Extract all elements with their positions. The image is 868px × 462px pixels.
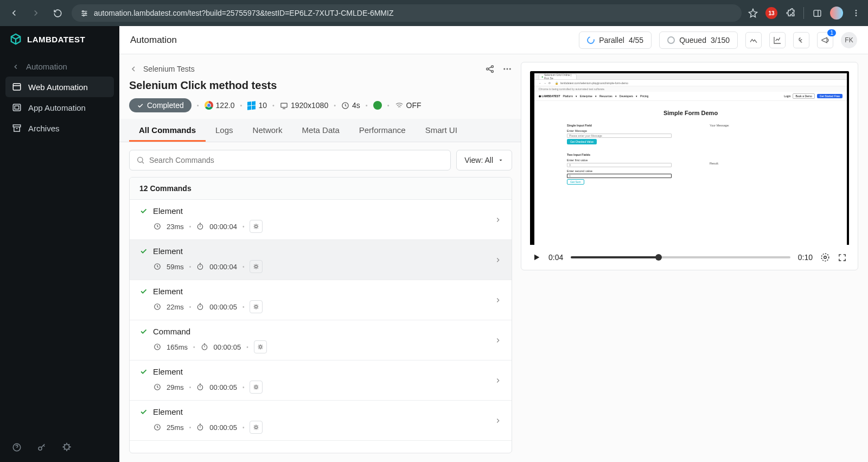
svg-point-18 [509, 68, 511, 70]
command-row[interactable]: Element 23ms • 00:00:04 • [130, 200, 512, 240]
debug-button[interactable] [250, 220, 263, 233]
fullscreen-icon[interactable] [838, 253, 847, 262]
config-icon[interactable] [62, 442, 72, 452]
video-controls: 0:04 0:10 [530, 245, 849, 265]
breadcrumb-row: Selenium Tests [129, 62, 512, 79]
command-row[interactable]: Element 59ms • 00:00:04 • [130, 240, 512, 280]
play-button[interactable] [532, 253, 541, 262]
toolbar-icon-2[interactable] [769, 32, 786, 48]
windows-icon [247, 101, 256, 110]
command-timestamp: 00:00:05 [209, 423, 237, 432]
panel-icon[interactable] [812, 8, 822, 18]
caret-down-icon [497, 157, 504, 163]
notif-badge: 1 [827, 29, 836, 36]
svg-rect-19 [281, 103, 287, 107]
check-icon [137, 102, 144, 109]
svg-point-39 [255, 426, 258, 429]
extension-badge[interactable]: 13 [765, 7, 777, 19]
tab-meta-data[interactable]: Meta Data [292, 119, 349, 142]
speed-icon[interactable] [820, 252, 830, 262]
parallel-pill[interactable]: Parallel 4/55 [579, 31, 652, 49]
command-row[interactable]: Element 22ms • 00:00:05 • [130, 280, 512, 320]
svg-rect-9 [15, 106, 19, 109]
success-icon [139, 287, 148, 295]
search-input[interactable] [149, 156, 444, 164]
svg-point-27 [255, 265, 258, 268]
network-off: OFF [395, 101, 422, 110]
sidebar-item-app-automation[interactable]: App Automation [5, 97, 114, 118]
video-seek[interactable] [571, 256, 790, 258]
svg-point-35 [198, 385, 203, 390]
debug-button[interactable] [250, 300, 263, 313]
command-duration: 165ms [167, 343, 188, 351]
debug-button[interactable] [250, 421, 263, 434]
debug-button[interactable] [250, 260, 263, 273]
svg-point-30 [255, 306, 258, 308]
sidebar-item-web-automation[interactable]: Web Automation [5, 77, 114, 97]
svg-point-1 [85, 12, 87, 14]
wifi-icon [395, 101, 404, 110]
browser-icon [12, 82, 22, 92]
brand-logo[interactable]: LAMBDATEST [0, 26, 119, 52]
key-icon[interactable] [37, 442, 47, 452]
clock-icon [154, 423, 161, 431]
tune-icon [80, 9, 88, 17]
chevron-left-icon [12, 63, 20, 71]
video-frame: ●Selenium Grid Online | Run Se ←→⟳🔒lambd… [530, 71, 849, 245]
queued-pill[interactable]: Queued 3/150 [659, 31, 738, 49]
svg-point-33 [259, 346, 261, 349]
debug-button[interactable] [254, 340, 267, 353]
tab-logs[interactable]: Logs [206, 119, 243, 142]
share-icon[interactable] [485, 64, 495, 74]
search-icon [136, 156, 145, 164]
svg-point-4 [856, 10, 857, 11]
chrome-actions: 13 [748, 7, 861, 20]
tab-network[interactable]: Network [243, 119, 292, 142]
success-icon [139, 207, 148, 215]
notif-button[interactable]: 1 [817, 32, 833, 48]
command-row[interactable]: Command 165ms • 00:00:05 • [130, 320, 512, 360]
search-commands[interactable] [129, 150, 451, 170]
meta-row: Completed • 122.0 • 10 • 1920x1080 • 4s … [129, 98, 512, 112]
more-icon[interactable] [502, 64, 512, 74]
sidebar-item-archives[interactable]: Archives [5, 118, 114, 138]
topbar: Automation Parallel 4/55 Queued 3/150 1 … [119, 26, 868, 54]
svg-point-32 [202, 345, 207, 350]
chevron-right-icon [494, 216, 502, 224]
tab-all-commands[interactable]: All Commands [129, 119, 206, 142]
kebab-icon[interactable] [851, 8, 861, 18]
stopwatch-icon [196, 383, 204, 391]
clock-icon [154, 383, 161, 391]
toolbar-icon-1[interactable] [745, 32, 762, 48]
success-icon [139, 408, 148, 416]
success-icon [139, 327, 148, 336]
help-icon[interactable] [12, 442, 22, 452]
breadcrumb[interactable]: Selenium Tests [143, 65, 195, 73]
toolbar-icon-3[interactable] [793, 32, 809, 48]
command-row[interactable]: Element 29ms • 00:00:05 • [130, 360, 512, 401]
app-icon [12, 103, 22, 112]
nav-forward-icon[interactable] [28, 5, 43, 21]
chevron-right-icon [494, 256, 502, 264]
nav-back-icon[interactable] [7, 5, 22, 21]
reload-icon[interactable] [50, 5, 65, 21]
video-total-time: 0:10 [798, 253, 813, 262]
address-bar[interactable]: automation.lambdatest.com/test?build=257… [72, 4, 742, 22]
command-row[interactable]: Element 25ms • 00:00:05 • [130, 401, 512, 441]
chrome-icon [205, 101, 213, 110]
tab-smart-ui[interactable]: Smart UI [416, 119, 467, 142]
debug-button[interactable] [250, 381, 263, 394]
breadcrumb-back[interactable] [129, 65, 138, 73]
duration: 4s [341, 101, 360, 110]
user-avatar[interactable]: FK [841, 32, 857, 48]
star-icon[interactable] [748, 8, 758, 18]
svg-point-38 [198, 425, 203, 430]
puzzle-icon[interactable] [785, 8, 796, 18]
stopwatch-icon [196, 423, 204, 431]
display-icon [280, 102, 288, 110]
svg-point-24 [255, 225, 258, 228]
sidebar-back[interactable]: Automation [5, 56, 114, 77]
view-select[interactable]: View: All [456, 150, 512, 170]
tab-performance[interactable]: Performance [349, 119, 416, 142]
profile-avatar[interactable] [830, 7, 843, 20]
